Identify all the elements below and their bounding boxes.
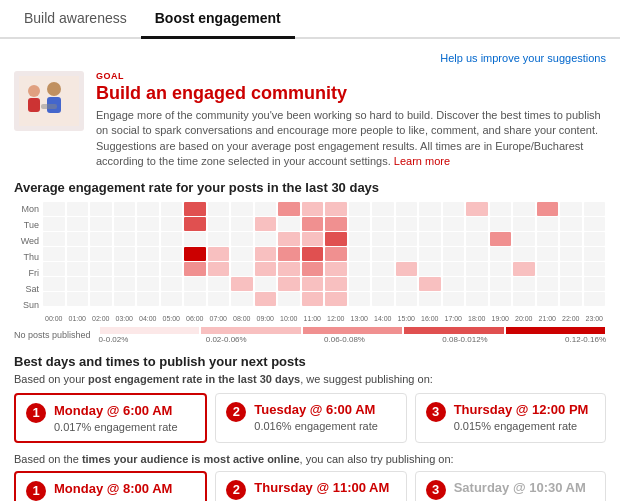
heatmap-cell — [161, 292, 183, 306]
heatmap-cell — [584, 277, 606, 291]
heatmap-cell — [208, 202, 230, 216]
heatmap-cell — [537, 292, 559, 306]
time-label: 20:00 — [512, 315, 536, 322]
heatmap-cell — [255, 262, 277, 276]
day-label-tue: Tue — [14, 218, 42, 232]
day-label-sun: Sun — [14, 298, 42, 312]
heatmap-cell — [137, 277, 159, 291]
tab-build-awareness[interactable]: Build awareness — [10, 0, 141, 37]
card-1-rate: 0.017% engagement rate — [54, 421, 178, 433]
time-label: 22:00 — [559, 315, 583, 322]
heatmap-cell — [537, 232, 559, 246]
legend-3 — [404, 327, 503, 334]
time-label: 01:00 — [66, 315, 90, 322]
heatmap-cell — [255, 247, 277, 261]
svg-point-1 — [28, 85, 40, 97]
heatmap-cell — [43, 292, 65, 306]
heatmap-row — [42, 232, 606, 246]
heatmap-cell — [325, 202, 347, 216]
heatmap-cell — [184, 202, 206, 216]
heatmap-cell — [231, 247, 253, 261]
heatmap-cell — [302, 277, 324, 291]
heatmap-cell — [67, 232, 89, 246]
heatmap-cell — [184, 247, 206, 261]
heatmap-cell — [349, 247, 371, 261]
day-label-sat: Sat — [14, 282, 42, 296]
time-label: 10:00 — [277, 315, 301, 322]
goal-label: GOAL — [96, 71, 606, 81]
heatmap-cell — [537, 262, 559, 276]
heatmap-cell — [184, 262, 206, 276]
heatmap-cell — [372, 202, 394, 216]
heatmap-cell — [208, 217, 230, 231]
heatmap-cell — [466, 202, 488, 216]
card-3-content: Thursday @ 12:00 PM 0.015% engagement ra… — [454, 402, 589, 432]
time-label: 19:00 — [489, 315, 513, 322]
learn-more-link[interactable]: Learn more — [394, 155, 450, 167]
help-link[interactable]: Help us improve your suggestions — [440, 52, 606, 64]
tab-boost-engagement[interactable]: Boost engagement — [141, 0, 295, 39]
heatmap-row — [42, 262, 606, 276]
audience-cards: 1 Monday @ 8:00 AM 2 Thursday @ 11:00 AM… — [14, 471, 606, 501]
heatmap-cell — [90, 247, 112, 261]
heatmap-cell — [372, 232, 394, 246]
card-2-content: Tuesday @ 6:00 AM 0.016% engagement rate — [254, 402, 378, 432]
time-label: 13:00 — [348, 315, 372, 322]
heatmap-cell — [302, 292, 324, 306]
svg-rect-2 — [28, 98, 40, 112]
legend-4 — [506, 327, 605, 334]
time-label: 14:00 — [371, 315, 395, 322]
audience-rank-3: 3 — [426, 480, 446, 500]
heatmap-cell — [161, 277, 183, 291]
heatmap-cell — [161, 202, 183, 216]
heatmap-cell — [231, 217, 253, 231]
heatmap-cell — [278, 217, 300, 231]
heatmap-cell — [208, 232, 230, 246]
card-2-rate: 0.016% engagement rate — [254, 420, 378, 432]
heatmap-cell — [208, 247, 230, 261]
heatmap-cell — [396, 217, 418, 231]
heatmap-cell — [419, 247, 441, 261]
heatmap-cell — [255, 292, 277, 306]
heatmap-cell — [67, 292, 89, 306]
heatmap-cell — [90, 277, 112, 291]
heatmap-cell — [513, 217, 535, 231]
header-tabs: Build awareness Boost engagement — [0, 0, 620, 39]
goal-title: Build an engaged community — [96, 83, 606, 104]
card-2-time: Tuesday @ 6:00 AM — [254, 402, 378, 417]
heatmap-cell — [137, 217, 159, 231]
heatmap-row — [42, 292, 606, 306]
heatmap-cell — [396, 277, 418, 291]
time-label: 06:00 — [183, 315, 207, 322]
heatmap-cell — [419, 262, 441, 276]
heatmap-cell — [137, 232, 159, 246]
heatmap-cell — [67, 247, 89, 261]
heatmap-cell — [255, 232, 277, 246]
heatmap-cell — [372, 262, 394, 276]
heatmap-row — [42, 217, 606, 231]
day-label-thu: Thu — [14, 250, 42, 264]
card-3-time: Thursday @ 12:00 PM — [454, 402, 589, 417]
time-labels: 00:0001:0002:0003:0004:0005:0006:0007:00… — [42, 315, 606, 322]
heatmap-cell — [231, 277, 253, 291]
day-label-fri: Fri — [14, 266, 42, 280]
day-label-mon: Mon — [14, 202, 42, 216]
audience-1-time: Monday @ 8:00 AM — [54, 481, 172, 496]
heatmap-cell — [114, 262, 136, 276]
heatmap-cell — [584, 247, 606, 261]
heatmap-cell — [137, 247, 159, 261]
heatmap-cell — [184, 277, 206, 291]
heatmap-cell — [278, 232, 300, 246]
heatmap-cell — [114, 292, 136, 306]
heatmap-cell — [584, 217, 606, 231]
heatmap-cell — [560, 262, 582, 276]
audience-3-time: Saturday @ 10:30 AM — [454, 480, 586, 495]
heatmap-cell — [396, 247, 418, 261]
heatmap-cell — [490, 217, 512, 231]
heatmap-cell — [560, 217, 582, 231]
time-label: 16:00 — [418, 315, 442, 322]
card-rank-2: 2 — [226, 402, 246, 422]
heatmap-cell — [43, 277, 65, 291]
legend-range-2: 0.06-0.08% — [324, 335, 365, 344]
heatmap-cell — [372, 292, 394, 306]
